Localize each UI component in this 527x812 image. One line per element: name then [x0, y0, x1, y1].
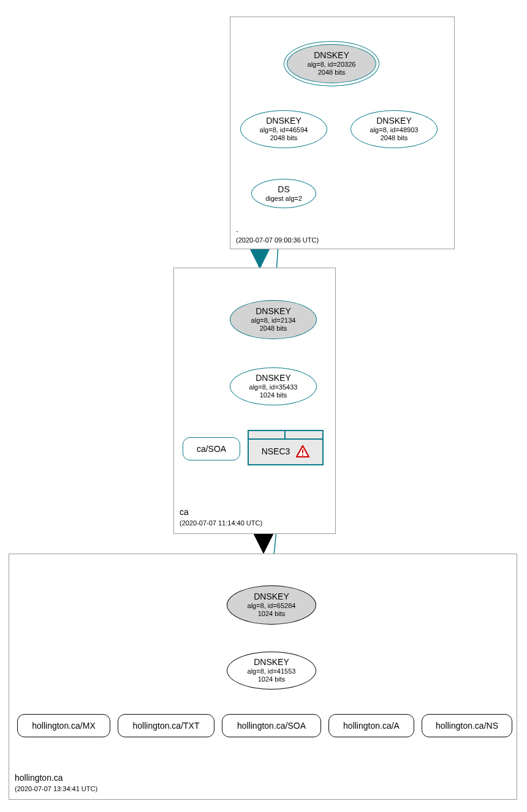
ca-ksk-title: DNSKEY: [256, 306, 291, 317]
hollington-ksk-sub1: alg=8, id=65284: [248, 602, 296, 610]
svg-rect-0: [302, 449, 303, 453]
root-ds-title: DS: [278, 184, 289, 195]
root-ds-sub1: digest alg=2: [265, 195, 302, 203]
warning-icon: [296, 445, 309, 457]
root-ksk-sub1: alg=8, id=20326: [308, 61, 356, 69]
hollington-zsk-node: DNSKEY alg=8, id=41553 1024 bits: [227, 652, 316, 690]
hollington-ksk-node: DNSKEY alg=8, id=65284 1024 bits: [227, 585, 316, 625]
svg-rect-1: [302, 454, 303, 456]
rr-a-node: hollington.ca/A: [328, 714, 414, 737]
hollington-ksk-title: DNSKEY: [254, 592, 289, 602]
hollington-zsk-title: DNSKEY: [254, 657, 289, 667]
ca-soa-node: ca/SOA: [183, 437, 240, 461]
ca-ksk-sub2: 2048 bits: [260, 325, 287, 333]
root-ksk-sub2: 2048 bits: [318, 69, 346, 77]
rr-ns-node: hollington.ca/NS: [422, 714, 512, 737]
hollington-zsk-sub1: alg=8, id=41553: [248, 667, 296, 675]
root-zsk1-sub2: 2048 bits: [270, 134, 298, 142]
root-zsk1-sub1: alg=8, id=46594: [260, 126, 308, 134]
ca-nsec3-label: NSEC3: [262, 446, 290, 456]
ca-zsk-sub1: alg=8, id=35433: [249, 383, 298, 391]
root-ksk-node: DNSKEY alg=8, id=20326 2048 bits: [287, 44, 376, 83]
zone-hollington-timestamp: (2020-07-07 13:34:41 UTC): [15, 785, 97, 792]
ca-ksk-sub1: alg=8, id=2134: [251, 317, 296, 325]
root-zsk2-sub1: alg=8, id=48903: [370, 126, 419, 134]
ca-zsk-sub2: 1024 bits: [260, 391, 287, 399]
hollington-zsk-sub2: 1024 bits: [258, 675, 286, 683]
zone-ca-timestamp: (2020-07-07 11:14:40 UTC): [180, 519, 262, 527]
root-zsk1-node: DNSKEY alg=8, id=46594 2048 bits: [240, 110, 327, 148]
hollington-ksk-sub2: 1024 bits: [258, 610, 286, 618]
zone-root-name: .: [236, 224, 238, 234]
ca-zsk-node: DNSKEY alg=8, id=35433 1024 bits: [230, 367, 317, 405]
root-zsk2-title: DNSKEY: [376, 116, 412, 126]
root-zsk2-sub2: 2048 bits: [381, 134, 408, 142]
zone-ca-name: ca: [180, 507, 189, 517]
rr-mx-node: hollington.ca/MX: [17, 714, 110, 737]
root-ds-node: DS digest alg=2: [251, 179, 316, 208]
zone-hollington-name: hollington.ca: [15, 773, 63, 783]
ca-zsk-title: DNSKEY: [256, 373, 291, 383]
ca-ksk-node: DNSKEY alg=8, id=2134 2048 bits: [230, 300, 317, 339]
root-zsk2-node: DNSKEY alg=8, id=48903 2048 bits: [351, 110, 438, 148]
rr-txt-node: hollington.ca/TXT: [118, 714, 214, 737]
zone-root-timestamp: (2020-07-07 09:00:36 UTC): [236, 236, 319, 244]
ca-nsec3-node: NSEC3: [248, 430, 324, 465]
root-ksk-title: DNSKEY: [314, 50, 349, 61]
root-zsk1-title: DNSKEY: [266, 116, 301, 126]
rr-soa-node: hollington.ca/SOA: [222, 714, 321, 737]
